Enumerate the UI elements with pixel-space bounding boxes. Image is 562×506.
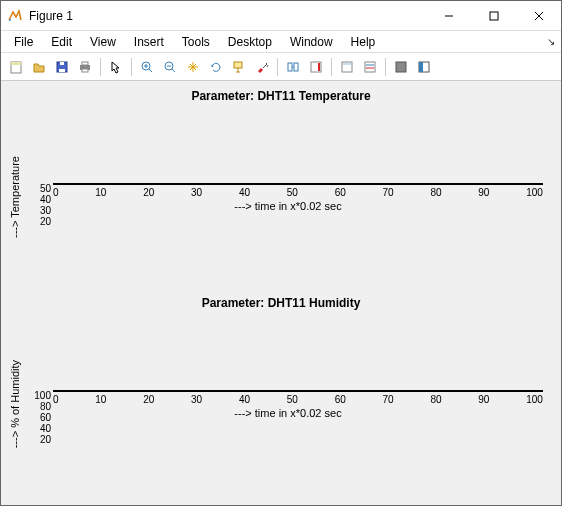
menu-file[interactable]: File — [5, 33, 42, 51]
svg-rect-25 — [294, 63, 298, 71]
brush-button[interactable] — [251, 56, 273, 78]
svg-rect-30 — [343, 63, 351, 65]
y-ticks: 50403020 — [25, 183, 51, 185]
zoom-in-button[interactable] — [136, 56, 158, 78]
new-figure-button[interactable] — [5, 56, 27, 78]
legend-button[interactable] — [336, 56, 358, 78]
svg-line-14 — [149, 69, 152, 72]
print-button[interactable] — [74, 56, 96, 78]
svg-rect-20 — [234, 62, 242, 68]
rotate-button[interactable] — [205, 56, 227, 78]
x-ticks: 0102030405060708090100 — [53, 394, 543, 405]
toolbar-separator — [100, 58, 101, 76]
x-ticks: 0102030405060708090100 — [53, 187, 543, 198]
menu-view[interactable]: View — [81, 33, 125, 51]
menubar: File Edit View Insert Tools Desktop Wind… — [1, 31, 561, 53]
titlebar: Figure 1 — [1, 1, 561, 31]
svg-rect-11 — [82, 62, 88, 65]
plot-area[interactable] — [53, 183, 543, 185]
figure-area: Parameter: DHT11 Temperature ---> Temper… — [1, 81, 561, 505]
figure-window: Figure 1 File Edit View Insert Tools Des… — [0, 0, 562, 506]
menu-edit[interactable]: Edit — [42, 33, 81, 51]
window-title: Figure 1 — [29, 9, 426, 23]
minimize-button[interactable] — [426, 1, 471, 30]
svg-point-0 — [9, 19, 11, 21]
y-ticks: 10080604020 — [25, 390, 51, 392]
save-button[interactable] — [51, 56, 73, 78]
menu-desktop[interactable]: Desktop — [219, 33, 281, 51]
datatip-button[interactable] — [228, 56, 250, 78]
svg-rect-2 — [490, 12, 498, 20]
toolbar-separator — [277, 58, 278, 76]
colorbar-button[interactable] — [305, 56, 327, 78]
axes-button[interactable] — [359, 56, 381, 78]
pointer-button[interactable] — [105, 56, 127, 78]
chart-temperature: Parameter: DHT11 Temperature ---> Temper… — [9, 89, 553, 290]
svg-rect-31 — [365, 62, 375, 72]
toolbar-separator — [131, 58, 132, 76]
matlab-icon — [7, 8, 23, 24]
pan-button[interactable] — [182, 56, 204, 78]
x-axis-label: ---> time in x*0.02 sec — [23, 407, 553, 419]
window-controls — [426, 1, 561, 30]
menu-tools[interactable]: Tools — [173, 33, 219, 51]
y-axis-label: ---> % of Humidity — [9, 360, 21, 448]
maximize-button[interactable] — [471, 1, 516, 30]
svg-rect-24 — [288, 63, 292, 71]
toolbar-separator — [331, 58, 332, 76]
x-axis-label: ---> time in x*0.02 sec — [23, 200, 553, 212]
chart-title: Parameter: DHT11 Temperature — [191, 89, 370, 103]
svg-rect-28 — [318, 63, 320, 71]
svg-line-18 — [172, 69, 175, 72]
svg-rect-9 — [60, 62, 64, 65]
dock-button[interactable] — [413, 56, 435, 78]
svg-rect-36 — [419, 62, 423, 72]
link-button[interactable] — [282, 56, 304, 78]
menubar-overflow-icon[interactable]: ↘ — [547, 36, 555, 47]
menu-insert[interactable]: Insert — [125, 33, 173, 51]
svg-line-23 — [263, 64, 267, 68]
toolbar — [1, 53, 561, 81]
chart-humidity: Parameter: DHT11 Humidity ---> % of Humi… — [9, 296, 553, 497]
svg-rect-34 — [396, 62, 406, 72]
close-button[interactable] — [516, 1, 561, 30]
toolbar-separator — [385, 58, 386, 76]
hide-tools-button[interactable] — [390, 56, 412, 78]
zoom-out-button[interactable] — [159, 56, 181, 78]
svg-rect-8 — [59, 69, 65, 72]
svg-rect-6 — [11, 62, 21, 65]
y-axis-label: ---> Temperature — [9, 156, 21, 238]
menu-help[interactable]: Help — [342, 33, 385, 51]
menu-window[interactable]: Window — [281, 33, 342, 51]
open-button[interactable] — [28, 56, 50, 78]
plot-area[interactable] — [53, 390, 543, 392]
chart-title: Parameter: DHT11 Humidity — [202, 296, 361, 310]
svg-rect-12 — [82, 69, 88, 72]
